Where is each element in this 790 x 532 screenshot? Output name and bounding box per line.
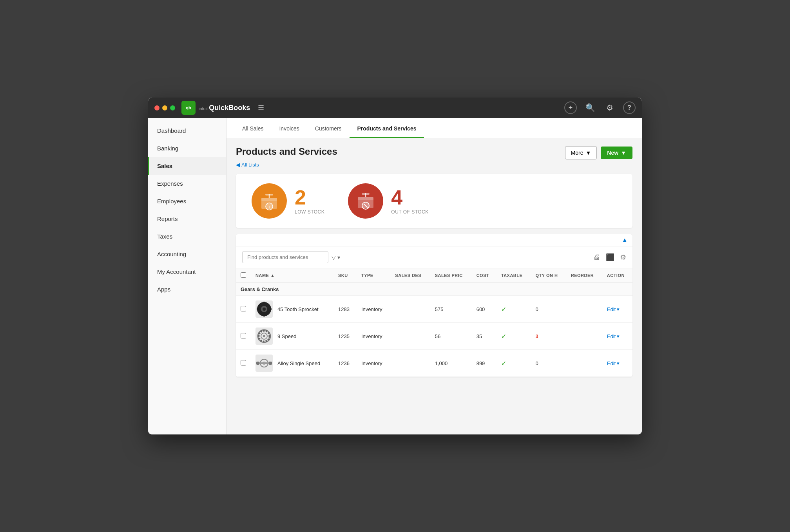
qty-value: 3 [535, 333, 538, 339]
sidebar-item-taxes[interactable]: Taxes [148, 228, 226, 245]
sidebar-item-my-accountant[interactable]: My Accountant [148, 263, 226, 280]
edit-button[interactable]: Edit ▾ [607, 360, 628, 366]
print-icon[interactable]: 🖨 [593, 253, 600, 261]
search-icon[interactable]: 🔍 [584, 101, 596, 114]
low-stock-info: 2 LOW STOCK [295, 187, 324, 215]
minimize-button[interactable] [162, 105, 167, 110]
action-cell: Edit ▾ [602, 323, 632, 350]
edit-button[interactable]: Edit ▾ [607, 333, 628, 339]
edit-dropdown-icon: ▾ [617, 333, 620, 339]
product-name: Alloy Single Speed [277, 360, 320, 366]
hamburger-icon[interactable]: ☰ [258, 103, 264, 112]
topbar-actions: + 🔍 ⚙ ? [564, 101, 636, 114]
main-content: All Sales Invoices Customers Products an… [226, 118, 642, 434]
taxable-cell: ✓ [496, 350, 531, 377]
col-name[interactable]: NAME ▲ [251, 268, 333, 283]
col-reorder[interactable]: REORDER [566, 268, 602, 283]
sales-price-cell: 56 [430, 323, 472, 350]
export-icon[interactable]: ⬛ [606, 253, 614, 262]
col-taxable[interactable]: TAXABLE [496, 268, 531, 283]
sidebar: Dashboard Banking Sales Expenses Employe… [148, 118, 226, 434]
products-table: NAME ▲ SKU TYPE SALES DES SALES PRIC COS… [236, 268, 632, 377]
settings-icon[interactable]: ⚙ [603, 101, 616, 114]
traffic-lights [154, 105, 175, 110]
app-window: qb intuit QuickBooks ☰ + 🔍 ⚙ ? Dashboard… [148, 98, 642, 434]
col-sales-price[interactable]: SALES PRIC [430, 268, 472, 283]
table-toolbar: ▽ ▾ 🖨 ⬛ ⚙ [236, 246, 632, 268]
svg-rect-18 [269, 308, 272, 310]
logo-area: qb intuit QuickBooks ☰ [181, 101, 564, 115]
col-sales-desc[interactable]: SALES DES [390, 268, 430, 283]
close-button[interactable] [154, 105, 159, 110]
sidebar-item-reports[interactable]: Reports [148, 210, 226, 228]
collapse-icon[interactable]: ▲ [621, 237, 628, 244]
table-toolbar-right: 🖨 ⬛ ⚙ [593, 253, 626, 262]
col-sku[interactable]: SKU [333, 268, 357, 283]
svg-rect-27 [264, 362, 270, 364]
col-cost[interactable]: COST [472, 268, 496, 283]
maximize-button[interactable] [170, 105, 175, 110]
tab-products-and-services[interactable]: Products and Services [350, 120, 424, 138]
tab-all-sales[interactable]: All Sales [234, 120, 271, 138]
type-cell: Inventory [357, 296, 390, 323]
filter-dropdown-icon: ▾ [337, 254, 340, 261]
help-icon[interactable]: ? [623, 101, 636, 114]
edit-button[interactable]: Edit ▾ [607, 306, 628, 312]
row-checkbox[interactable] [241, 333, 246, 338]
sidebar-item-apps[interactable]: Apps [148, 280, 226, 298]
filter-button[interactable]: ▽ ▾ [332, 254, 340, 261]
out-of-stock-info: 4 OUT OF STOCK [391, 187, 429, 215]
svg-rect-3 [265, 194, 273, 195]
row-checkbox[interactable] [241, 306, 246, 311]
out-of-stock-svg [355, 190, 377, 212]
search-input[interactable] [242, 251, 328, 263]
tab-invoices[interactable]: Invoices [271, 120, 307, 138]
gear-svg [256, 328, 272, 344]
col-type[interactable]: TYPE [357, 268, 390, 283]
tab-customers[interactable]: Customers [307, 120, 350, 138]
sidebar-item-expenses[interactable]: Expenses [148, 175, 226, 192]
all-lists-link[interactable]: ◀ All Lists [236, 162, 632, 168]
collapse-bar: ▲ [236, 234, 632, 246]
svg-point-14 [263, 308, 266, 311]
type-cell: Inventory [357, 350, 390, 377]
row-checkbox[interactable] [241, 360, 246, 366]
sales-price-cell: 1,000 [430, 350, 472, 377]
sidebar-item-employees[interactable]: Employees [148, 192, 226, 210]
product-name: 45 Tooth Sprocket [277, 306, 319, 312]
qty-cell: 0 [531, 350, 566, 377]
sku-cell: 1235 [333, 323, 357, 350]
sidebar-item-dashboard[interactable]: Dashboard [148, 122, 226, 139]
qty-cell: 3 [531, 323, 566, 350]
col-qty-on-hand[interactable]: QTY ON H [531, 268, 566, 283]
page-title: Products and Services [236, 146, 337, 157]
reorder-cell [566, 296, 602, 323]
cost-cell: 35 [472, 323, 496, 350]
sidebar-item-sales[interactable]: Sales [148, 157, 226, 175]
product-name-cell: 45 Tooth Sprocket [251, 296, 333, 323]
sprocket-svg [256, 301, 272, 317]
col-action[interactable]: ACTION [602, 268, 632, 283]
product-image [255, 300, 273, 318]
tab-bar: All Sales Invoices Customers Products an… [226, 118, 642, 138]
table-row: Alloy Single Speed 1236 Inventory 1,000 … [236, 350, 632, 377]
sales-desc-cell [390, 350, 430, 377]
table-settings-icon[interactable]: ⚙ [620, 253, 626, 262]
svg-text:↓: ↓ [268, 204, 270, 210]
table-header: NAME ▲ SKU TYPE SALES DES SALES PRIC COS… [236, 268, 632, 283]
qty-value: 0 [535, 360, 538, 366]
sidebar-item-accounting[interactable]: Accounting [148, 245, 226, 263]
cost-cell: 899 [472, 350, 496, 377]
new-button[interactable]: New ▼ [601, 147, 632, 159]
select-all-checkbox[interactable] [241, 272, 246, 278]
header-actions: More ▼ New ▼ [565, 146, 632, 159]
stat-card-out-of-stock[interactable]: 4 OUT OF STOCK [348, 183, 429, 219]
svg-rect-17 [257, 308, 259, 310]
more-button[interactable]: More ▼ [565, 146, 597, 159]
add-icon[interactable]: + [564, 101, 577, 114]
qb-logo-icon: qb [181, 101, 196, 115]
sidebar-item-banking[interactable]: Banking [148, 139, 226, 157]
sku-cell: 1283 [333, 296, 357, 323]
stat-card-low-stock[interactable]: ↓ 2 LOW STOCK [252, 183, 324, 219]
more-dropdown-icon: ▼ [585, 150, 591, 156]
